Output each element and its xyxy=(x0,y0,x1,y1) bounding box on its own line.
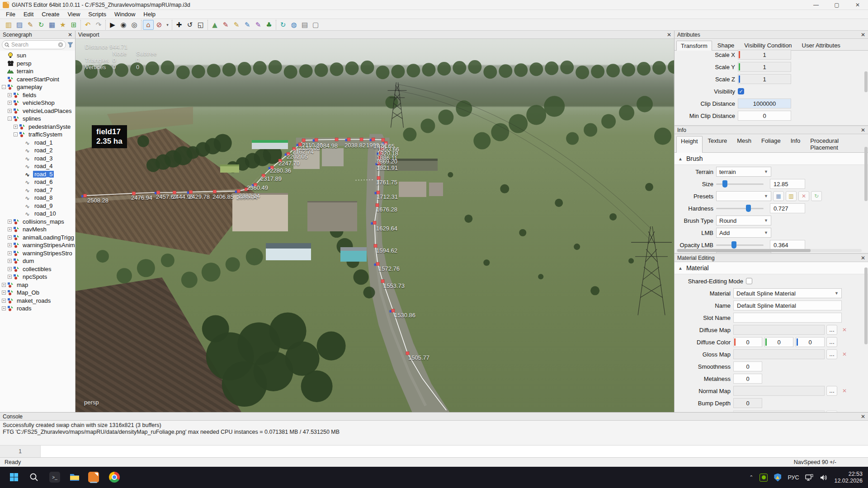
min-clip-distance-field[interactable]: 0 xyxy=(738,111,791,121)
terrain-sculpt-icon[interactable]: ▲ xyxy=(209,20,220,30)
spline-control-point[interactable] xyxy=(213,190,216,193)
volume-icon[interactable] xyxy=(820,474,828,481)
spline-control-point[interactable] xyxy=(335,138,338,141)
scenegraph-item-road_3[interactable]: ∿road_3 xyxy=(0,155,75,163)
reload-icon[interactable]: ↻ xyxy=(36,20,47,30)
tree-expander-icon[interactable]: + xyxy=(8,259,12,263)
spline-control-point[interactable] xyxy=(360,138,363,141)
taskbar-search-icon[interactable] xyxy=(27,470,41,484)
tree-expander-icon[interactable]: + xyxy=(8,235,12,239)
menu-scripts[interactable]: Scripts xyxy=(84,10,110,19)
spline-control-point[interactable] xyxy=(382,138,385,141)
diffuse-color-picker-button[interactable]: ... xyxy=(826,337,837,347)
script-icon[interactable]: ▤ xyxy=(299,20,310,30)
scenegraph-item-Map_Ob[interactable]: +Map_Ob xyxy=(0,289,75,297)
scenegraph-item-map[interactable]: +map xyxy=(0,281,75,289)
scenegraph-item-road_4[interactable]: ∿road_4 xyxy=(0,162,75,170)
next-map-browse-button[interactable]: ... xyxy=(826,410,837,412)
hidden-icons-chevron[interactable]: ⌃ xyxy=(749,474,753,480)
tree-expander-icon[interactable]: - xyxy=(2,85,6,89)
window-icon[interactable]: ▢ xyxy=(310,20,321,30)
normal-map-browse-button[interactable]: ... xyxy=(826,386,837,396)
preset-delete-icon[interactable]: ✕ xyxy=(798,191,809,201)
scenegraph-item-road_6[interactable]: ∿road_6 xyxy=(0,178,75,186)
tree-expander-icon[interactable]: + xyxy=(8,93,12,97)
console-command-input[interactable] xyxy=(41,446,868,457)
spline-control-point[interactable] xyxy=(347,138,350,141)
nvidia-tray-icon[interactable] xyxy=(760,474,768,482)
search-input[interactable]: Search xyxy=(2,40,66,49)
scenegraph-item-roads[interactable]: +roads xyxy=(0,305,75,313)
visibility-icon[interactable]: ◉ xyxy=(118,20,129,30)
scenegraph-item-road_10[interactable]: ∿road_10 xyxy=(0,210,75,218)
scale-x-field[interactable]: 1 xyxy=(738,50,791,60)
scenegraph-item-npcSpots[interactable]: +npcSpots xyxy=(0,273,75,281)
start-button[interactable] xyxy=(7,470,21,484)
presets-dropdown[interactable]: ▼ xyxy=(716,191,771,201)
tree-expander-icon[interactable]: + xyxy=(8,275,12,279)
tree-expander-icon[interactable]: + xyxy=(8,101,12,105)
tree-brush-icon[interactable]: ♣ xyxy=(264,20,274,30)
preset-save-icon[interactable]: ▦ xyxy=(773,191,784,201)
tree-expander-icon[interactable]: + xyxy=(8,227,12,231)
info-tab-foliage[interactable]: Foliage xyxy=(757,136,785,152)
size-slider[interactable] xyxy=(716,179,764,189)
spline-control-point[interactable] xyxy=(372,138,375,141)
rotate-icon[interactable]: ↺ xyxy=(184,20,195,30)
save-icon[interactable]: ▦ xyxy=(47,20,57,30)
viewport-canvas[interactable]: 2508.282476.942457.622444.962429.782406.… xyxy=(75,39,674,412)
info-scrollbar[interactable] xyxy=(864,147,868,201)
redo-icon[interactable]: ↷ xyxy=(93,20,104,30)
taskbar-file-explorer-icon[interactable] xyxy=(68,470,81,484)
zoom-icon[interactable]: ◎ xyxy=(129,20,140,30)
preset-new-icon[interactable]: ▥ xyxy=(786,191,797,201)
spline-overlay[interactable] xyxy=(75,39,674,412)
frame-home-icon[interactable]: ⌂ xyxy=(143,20,154,30)
tree-expander-icon[interactable]: + xyxy=(2,299,6,303)
scenegraph-item-navMesh[interactable]: +navMesh xyxy=(0,225,75,234)
diffuse-r-field[interactable]: 0 xyxy=(733,337,762,347)
scenegraph-item-vehicleShop[interactable]: +vehicleShop xyxy=(0,99,75,107)
attributes-close-icon[interactable]: ✕ xyxy=(861,32,865,38)
diffuse-g-field[interactable]: 0 xyxy=(764,337,793,347)
scenegraph-item-road_1[interactable]: ∿road_1 xyxy=(0,139,75,147)
scale-z-field[interactable]: 1 xyxy=(738,74,791,84)
diffuse-map-browse-button[interactable]: ... xyxy=(826,325,837,335)
info-close-icon[interactable]: ✕ xyxy=(861,127,865,133)
terrain-dropdown[interactable]: terrain▼ xyxy=(716,167,771,177)
material-name-field[interactable]: Default Spline Material xyxy=(733,300,842,310)
scenegraph-item-sun[interactable]: sun xyxy=(0,52,75,60)
metalness-field[interactable]: 0 xyxy=(733,374,762,384)
hardness-slider[interactable] xyxy=(716,203,764,213)
detail-paint-icon[interactable]: ✎ xyxy=(242,20,253,30)
filter-icon[interactable] xyxy=(67,42,73,48)
scenegraph-item-gameplay[interactable]: -gameplay xyxy=(0,83,75,91)
taskbar-clock[interactable]: 22:53 12.02.2026 xyxy=(834,471,863,484)
gloss-map-clear-icon[interactable]: ✕ xyxy=(839,349,850,359)
camera-dropdown-icon[interactable]: ▾ xyxy=(165,20,170,30)
attributes-tab-shape[interactable]: Shape xyxy=(713,40,739,50)
tree-expander-icon[interactable]: + xyxy=(2,306,6,310)
scenegraph-item-road_9[interactable]: ∿road_9 xyxy=(0,202,75,210)
brush-collapse-icon[interactable]: ▲ xyxy=(678,156,683,161)
info-tab-info[interactable]: Info xyxy=(786,136,805,152)
close-button[interactable]: ✕ xyxy=(847,0,868,9)
translate-icon[interactable]: ✚ xyxy=(174,20,184,30)
taskbar-terminal-icon[interactable]: >_ xyxy=(48,470,61,484)
lmb-dropdown[interactable]: Add▼ xyxy=(716,228,771,238)
camera-lock-icon[interactable]: ⊘ xyxy=(154,20,165,30)
minimize-button[interactable]: — xyxy=(806,0,826,9)
spline-control-point[interactable] xyxy=(302,139,305,142)
info-hscrollbar[interactable] xyxy=(676,249,862,252)
opacity-lmb-field[interactable]: 0.364 xyxy=(770,240,805,250)
brush-type-dropdown[interactable]: Round▼ xyxy=(716,216,771,225)
gloss-map-field[interactable] xyxy=(733,349,825,359)
scenegraph-item-dum[interactable]: +dum xyxy=(0,257,75,265)
tree-expander-icon[interactable]: + xyxy=(8,267,12,271)
terrain-paint-icon[interactable]: ✎ xyxy=(220,20,231,30)
normal-map-field[interactable] xyxy=(733,386,825,396)
scenegraph-item-careerStartPoint[interactable]: careerStartPoint xyxy=(0,75,75,84)
scenegraph-item-road_7[interactable]: ∿road_7 xyxy=(0,186,75,194)
next-map-field[interactable] xyxy=(733,410,825,412)
menu-create[interactable]: Create xyxy=(38,10,63,19)
